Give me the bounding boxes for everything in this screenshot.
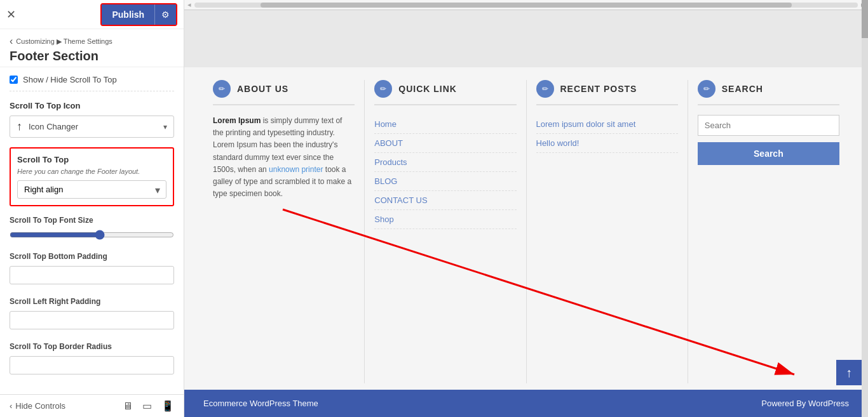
hide-controls-label: Hide Controls bbox=[15, 401, 65, 411]
panel-scroll[interactable]: Show / Hide Scroll To Top Scroll To Top … bbox=[0, 67, 184, 394]
footer-left-text: Ecommerce WordPress Theme bbox=[203, 399, 318, 408]
chevron-down-icon: ▾ bbox=[163, 122, 167, 131]
footer-preview: ✏ ABOUT US Lorem Ipsum is simply dummy t… bbox=[184, 67, 868, 417]
bottom-padding-label: Scroll Top Bottom Padding bbox=[10, 252, 174, 261]
scrollbar-thumb bbox=[261, 3, 791, 8]
recent-posts-header: ✏ RECENT POSTS bbox=[536, 80, 678, 105]
about-us-link-text[interactable]: unknown printer bbox=[269, 165, 323, 174]
scroll-to-top-hint: Here you can change the Footer layout. bbox=[17, 168, 166, 175]
search-title: SEARCH bbox=[722, 84, 763, 94]
mobile-icon[interactable]: 📱 bbox=[161, 400, 174, 412]
breadcrumb-area: ‹ Customizing ▶ Theme Settings Footer Se… bbox=[0, 29, 184, 67]
border-radius-label: Scroll To Top Border Radius bbox=[10, 342, 174, 351]
search-edit-icon[interactable]: ✏ bbox=[698, 80, 715, 98]
arrow-up-icon: ↑ bbox=[17, 120, 22, 133]
close-button[interactable]: ✕ bbox=[6, 8, 16, 22]
list-item[interactable]: Lorem ipsum dolor sit amet bbox=[536, 115, 678, 134]
bottom-bar: ‹ Hide Controls 🖥 ▭ 📱 bbox=[0, 394, 184, 417]
footer-right-text: Powered By WordPress bbox=[761, 399, 849, 408]
section-title: Footer Section bbox=[10, 49, 174, 63]
publish-button-wrapper: Publish ⚙ bbox=[100, 3, 177, 26]
search-button[interactable]: Search bbox=[698, 142, 839, 165]
back-button[interactable]: ‹ bbox=[10, 36, 13, 47]
quick-link-header: ✏ QUICK LINK bbox=[374, 80, 516, 105]
list-item[interactable]: Shop bbox=[374, 210, 516, 229]
left-panel: ✕ Publish ⚙ ‹ Customizing ▶ Theme Settin… bbox=[0, 0, 184, 417]
about-us-bold-text: Lorem Ipsum bbox=[213, 116, 261, 125]
right-scrollbar-thumb bbox=[862, 0, 868, 38]
show-hide-scroll-checkbox[interactable] bbox=[10, 76, 18, 84]
about-us-edit-icon[interactable]: ✏ bbox=[213, 80, 231, 98]
tablet-icon[interactable]: ▭ bbox=[142, 400, 152, 412]
right-align-select-wrap: Right align Left align Center bbox=[17, 180, 166, 199]
scroll-to-top-box: Scroll To Top Here you can change the Fo… bbox=[10, 147, 174, 206]
quick-link-column: ✏ QUICK LINK Home ABOUT Products BLOG CO… bbox=[365, 80, 526, 383]
scrollbar-track bbox=[194, 3, 858, 8]
recent-posts-column: ✏ RECENT POSTS Lorem ipsum dolor sit ame… bbox=[527, 80, 688, 383]
device-icons: 🖥 ▭ 📱 bbox=[123, 400, 174, 412]
list-item[interactable]: Products bbox=[374, 153, 516, 172]
about-us-column: ✏ ABOUT US Lorem Ipsum is simply dummy t… bbox=[203, 80, 365, 383]
chevron-left-icon: ‹ bbox=[10, 401, 12, 411]
list-item[interactable]: BLOG bbox=[374, 172, 516, 191]
desktop-icon[interactable]: 🖥 bbox=[123, 400, 133, 412]
left-right-padding-input[interactable] bbox=[10, 311, 174, 329]
scroll-to-top-section-label: Scroll To Top bbox=[17, 155, 166, 164]
right-scrollbar[interactable] bbox=[862, 0, 868, 417]
gear-button[interactable]: ⚙ bbox=[154, 4, 176, 25]
search-input[interactable] bbox=[698, 115, 839, 136]
quick-link-title: QUICK LINK bbox=[398, 84, 457, 94]
search-column: ✏ SEARCH Search bbox=[688, 80, 849, 383]
font-size-slider[interactable] bbox=[10, 230, 174, 240]
right-align-select[interactable]: Right align Left align Center bbox=[17, 180, 166, 199]
breadcrumb: Customizing ▶ Theme Settings bbox=[16, 37, 112, 46]
list-item[interactable]: ABOUT bbox=[374, 134, 516, 153]
bottom-padding-input[interactable] bbox=[10, 266, 174, 284]
right-preview: ◂ ▸ ✏ ABOUT US Lorem Ipsum is simply dum… bbox=[184, 0, 868, 417]
border-radius-input[interactable] bbox=[10, 356, 174, 374]
about-us-title: ABOUT US bbox=[237, 84, 288, 94]
about-us-text: Lorem Ipsum is simply dummy text of the … bbox=[213, 115, 355, 200]
icon-changer-label: Icon Changer bbox=[29, 122, 163, 131]
show-hide-scroll-row: Show / Hide Scroll To Top bbox=[10, 75, 174, 91]
search-header: ✏ SEARCH bbox=[698, 80, 839, 105]
horizontal-scrollbar[interactable]: ◂ ▸ bbox=[184, 0, 868, 10]
publish-button[interactable]: Publish bbox=[102, 4, 154, 25]
list-item[interactable]: Hello world! bbox=[536, 134, 678, 153]
footer-bottom-bar: Ecommerce WordPress Theme Powered By Wor… bbox=[184, 390, 868, 417]
top-bar: ✕ Publish ⚙ bbox=[0, 0, 184, 29]
font-size-label: Scroll To Top Font Size bbox=[10, 216, 174, 225]
scroll-to-top-button[interactable]: ↑ bbox=[836, 360, 862, 385]
hide-controls-button[interactable]: ‹ Hide Controls bbox=[10, 401, 65, 411]
show-hide-scroll-label: Show / Hide Scroll To Top bbox=[23, 75, 117, 84]
left-right-padding-label: Scroll Left Right Padding bbox=[10, 297, 174, 306]
quick-links-list: Home ABOUT Products BLOG CONTACT US Shop bbox=[374, 115, 516, 229]
list-item[interactable]: Home bbox=[374, 115, 516, 134]
font-size-slider-wrap bbox=[10, 230, 174, 242]
recent-posts-list: Lorem ipsum dolor sit amet Hello world! bbox=[536, 115, 678, 153]
icon-changer-row[interactable]: ↑ Icon Changer ▾ bbox=[10, 116, 174, 138]
list-item[interactable]: CONTACT US bbox=[374, 191, 516, 210]
footer-columns: ✏ ABOUT US Lorem Ipsum is simply dummy t… bbox=[184, 67, 868, 390]
about-us-header: ✏ ABOUT US bbox=[213, 80, 355, 105]
quick-link-edit-icon[interactable]: ✏ bbox=[374, 80, 392, 98]
recent-posts-edit-icon[interactable]: ✏ bbox=[536, 80, 554, 98]
recent-posts-title: RECENT POSTS bbox=[560, 84, 637, 94]
scroll-to-top-icon-label: Scroll To Top Icon bbox=[10, 101, 174, 110]
preview-spacer bbox=[184, 10, 868, 67]
